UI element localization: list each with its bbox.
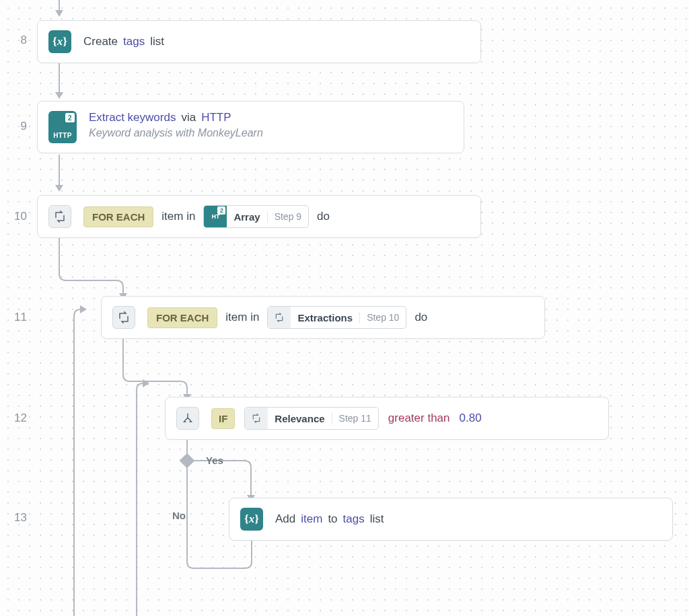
step-11-card[interactable]: FOR EACH item in Extractions Step 10 do <box>101 296 545 339</box>
step-9-link-http: HTTP <box>201 111 231 124</box>
svg-marker-7 <box>80 305 87 313</box>
loop-icon <box>48 205 71 228</box>
step-11-do: do <box>414 311 427 324</box>
if-badge: IF <box>211 408 235 429</box>
step-8-text-1: Create <box>83 35 118 48</box>
step-11-extractions-pill[interactable]: Extractions Step 10 <box>267 306 406 329</box>
step-10-array-pill[interactable]: HT 2 Array Step 9 <box>203 205 309 228</box>
http-icon-label: HTTP <box>53 132 72 139</box>
for-each-badge: FOR EACH <box>83 206 153 227</box>
connector-10-11-down <box>57 237 138 301</box>
operator-greater-than: greater than <box>388 412 450 425</box>
pill-step-10: Step 10 <box>360 312 406 323</box>
step-11-item-in: item in <box>225 311 259 324</box>
step-9-link-extract: Extract keywords <box>89 111 176 124</box>
http-icon: HTTP 2 <box>48 111 77 143</box>
step-10-card[interactable]: FOR EACH item in HT 2 Array Step 9 do <box>37 195 481 238</box>
step-13-link-item: item <box>301 512 322 526</box>
pill-step-9: Step 9 <box>268 211 308 222</box>
step-number-13: 13 <box>0 511 27 525</box>
svg-marker-5 <box>55 185 63 192</box>
step-13-text-1: Add <box>275 512 295 526</box>
pill-loop-icon <box>268 306 291 329</box>
connector-7-8 <box>57 0 71 17</box>
step-8-link-tags: tags <box>123 35 145 48</box>
variable-icon: {x} <box>48 30 71 53</box>
variable-icon: {x} <box>240 508 263 531</box>
step-number-9: 9 <box>0 120 27 133</box>
threshold-value: 0.80 <box>460 412 482 425</box>
step-number-11: 11 <box>0 311 27 324</box>
step-number-8: 8 <box>0 34 27 47</box>
svg-marker-1 <box>55 10 63 17</box>
connector-10-loopback <box>64 296 84 616</box>
pill-loop-icon <box>245 407 268 430</box>
step-10-item-in: item in <box>161 210 195 223</box>
pill-extractions-label: Extractions <box>291 312 360 323</box>
step-13-link-tags: tags <box>343 512 365 526</box>
step-12-card[interactable]: IF Relevance Step 11 greater than 0.80 <box>165 397 609 440</box>
step-8-text-2: list <box>150 35 164 48</box>
no-label: No <box>172 510 186 521</box>
for-each-badge: FOR EACH <box>147 307 217 328</box>
connector-11-loopback <box>126 370 160 616</box>
step-number-10: 10 <box>0 210 27 223</box>
loop-icon <box>112 306 135 329</box>
step-number-12: 12 <box>0 412 27 425</box>
pill-array-label: Array <box>227 211 267 223</box>
pill-relevance-label: Relevance <box>268 413 332 424</box>
branch-icon <box>176 407 199 430</box>
step-10-do: do <box>317 210 330 223</box>
step-9-subtitle: Keyword analysis with MonkeyLearn <box>89 127 263 139</box>
http-icon-badge: 2 <box>65 113 75 122</box>
step-8-card[interactable]: {x} Create tags list <box>37 20 481 63</box>
svg-marker-3 <box>55 92 63 99</box>
pill-step-11: Step 11 <box>332 413 378 424</box>
step-13-text-3: list <box>370 512 384 526</box>
connector-8-9 <box>57 62 71 99</box>
step-12-relevance-pill[interactable]: Relevance Step 11 <box>244 407 378 430</box>
step-9-card[interactable]: HTTP 2 Extract keywords via HTTP Keyword… <box>37 101 464 153</box>
connector-9-10 <box>57 155 71 192</box>
svg-marker-9 <box>143 379 149 387</box>
step-13-card[interactable]: {x} Add item to tags list <box>229 498 673 541</box>
pill-http-icon: HT 2 <box>204 205 227 228</box>
step-9-via: via <box>181 111 196 124</box>
step-13-text-2: to <box>328 512 337 526</box>
